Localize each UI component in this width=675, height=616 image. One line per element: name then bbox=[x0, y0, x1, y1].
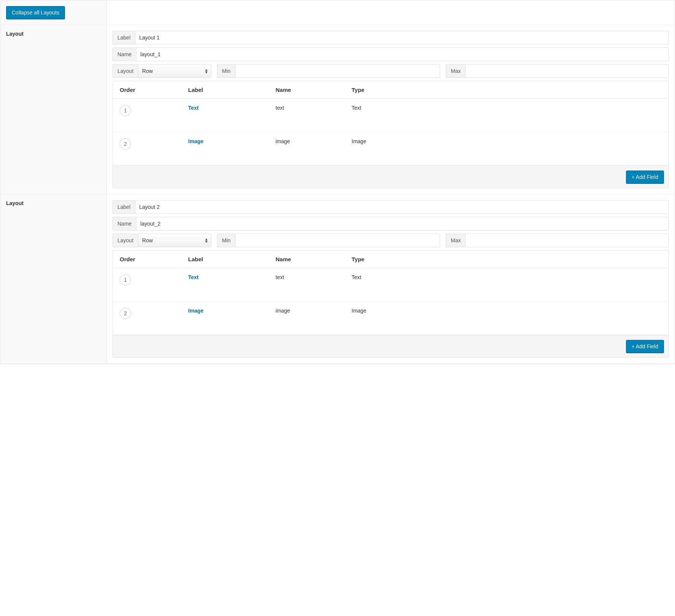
table-row[interactable]: 1 Text text Text bbox=[113, 99, 669, 132]
label-addon: Label bbox=[112, 200, 135, 214]
order-badge: 1 bbox=[120, 105, 131, 116]
layout-addon: Layout bbox=[112, 64, 138, 78]
layout-min-input[interactable] bbox=[235, 234, 440, 247]
field-name: text bbox=[269, 99, 345, 132]
field-label-link[interactable]: Text bbox=[188, 105, 199, 111]
min-addon: Min bbox=[217, 64, 235, 78]
header-label: Label bbox=[181, 81, 269, 98]
layout-label-input[interactable] bbox=[135, 200, 669, 214]
layout-max-input[interactable] bbox=[465, 64, 669, 78]
header-name: Name bbox=[269, 251, 345, 268]
table-header-row: Order Label Name Type bbox=[113, 81, 669, 99]
header-label: Label bbox=[181, 251, 269, 268]
layout-block: Layout Label Name Layout Row ▲▼ bbox=[0, 25, 675, 194]
field-type: Text bbox=[345, 268, 669, 301]
layout-display-select[interactable]: Row bbox=[138, 64, 211, 78]
add-field-button[interactable]: + Add Field bbox=[626, 340, 664, 353]
collapse-all-button[interactable]: Collapse all Layouts bbox=[6, 6, 65, 19]
header-order: Order bbox=[113, 251, 181, 268]
min-addon: Min bbox=[217, 234, 235, 247]
layout-addon: Layout bbox=[112, 234, 138, 247]
order-badge: 2 bbox=[120, 138, 131, 150]
layout-name-input[interactable] bbox=[136, 217, 669, 231]
header-name: Name bbox=[269, 81, 345, 98]
fields-table: Order Label Name Type 1 Text text Text 2… bbox=[112, 81, 669, 188]
max-addon: Max bbox=[446, 64, 465, 78]
layout-min-input[interactable] bbox=[235, 64, 440, 78]
field-name: image bbox=[269, 302, 345, 335]
layout-label-input[interactable] bbox=[135, 31, 669, 44]
table-row[interactable]: 1 Text text Text bbox=[113, 268, 669, 302]
field-label-link[interactable]: Text bbox=[188, 274, 199, 280]
field-type: Image bbox=[345, 132, 669, 165]
table-header-row: Order Label Name Type bbox=[113, 251, 669, 268]
table-row[interactable]: 2 Image image Image bbox=[113, 132, 669, 166]
max-addon: Max bbox=[446, 234, 465, 247]
label-addon: Label bbox=[112, 31, 135, 44]
fields-table: Order Label Name Type 1 Text text Text 2… bbox=[112, 250, 669, 358]
layout-section-label: Layout bbox=[6, 31, 101, 37]
header-order: Order bbox=[113, 81, 181, 98]
field-name: text bbox=[269, 268, 345, 301]
table-row[interactable]: 2 Image image Image bbox=[113, 302, 669, 335]
name-addon: Name bbox=[112, 47, 136, 61]
toolbar-row: Collapse all Layouts bbox=[0, 0, 675, 25]
order-badge: 1 bbox=[120, 274, 131, 286]
field-type: Text bbox=[345, 99, 669, 132]
header-type: Type bbox=[345, 81, 669, 98]
layout-max-input[interactable] bbox=[465, 234, 669, 247]
name-addon: Name bbox=[112, 217, 136, 231]
field-type: Image bbox=[345, 302, 669, 335]
field-label-link[interactable]: Image bbox=[188, 138, 203, 144]
layout-display-select[interactable]: Row bbox=[138, 234, 211, 247]
layout-section-label: Layout bbox=[6, 200, 101, 206]
field-label-link[interactable]: Image bbox=[188, 308, 203, 314]
add-field-button[interactable]: + Add Field bbox=[626, 171, 664, 183]
layout-block: Layout Label Name Layout Row ▲▼ bbox=[0, 194, 675, 364]
order-badge: 2 bbox=[120, 308, 131, 319]
header-type: Type bbox=[345, 251, 669, 268]
field-name: image bbox=[269, 132, 345, 165]
layout-name-input[interactable] bbox=[136, 47, 669, 61]
